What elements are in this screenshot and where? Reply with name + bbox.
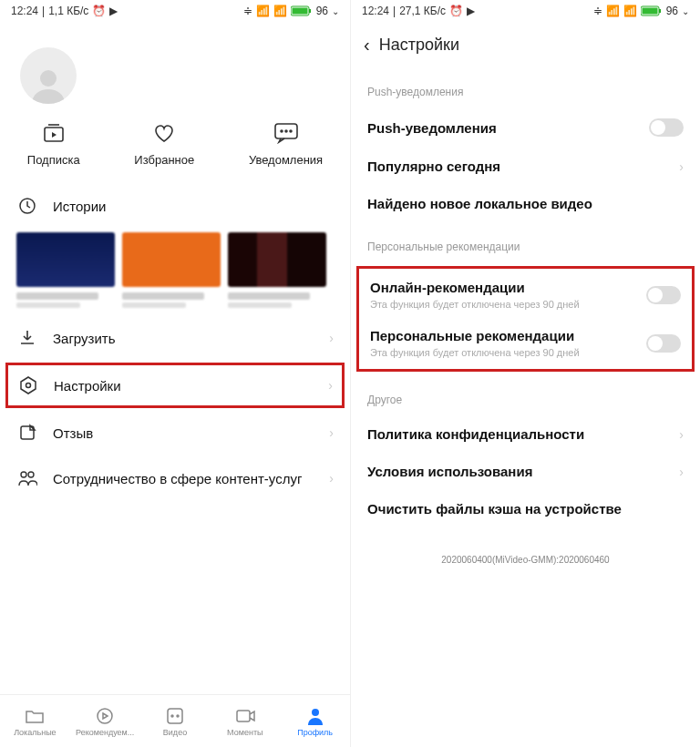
battery-pct: 96 <box>316 5 328 17</box>
settings-header: ‹ Настройки <box>351 22 700 67</box>
build-string: 2020060400(MiVideo-GMM):2020060460 <box>351 527 700 592</box>
signal-icon: 📶 <box>256 5 270 17</box>
history-thumbs <box>0 229 350 315</box>
svg-point-16 <box>171 715 173 717</box>
thumb-2[interactable] <box>122 232 221 308</box>
tab-moments[interactable]: Моменты <box>210 695 280 747</box>
tab-recommend[interactable]: Рекомендуем... <box>70 695 140 747</box>
subscribe-label: Подписка <box>27 153 80 167</box>
svg-rect-15 <box>168 709 182 723</box>
wifi-icon: ≑ <box>593 5 602 17</box>
personal-toggle[interactable] <box>646 334 681 353</box>
svg-point-13 <box>28 472 34 477</box>
profile-screen: 12:24 | 1,1 КБ/с ⏰ ▶ ≑ 📶 📶 96 ⌄ Подписка… <box>0 0 350 747</box>
favorites-label: Избранное <box>134 153 194 167</box>
heart-icon <box>151 120 177 146</box>
play-circle-icon <box>96 706 114 726</box>
privacy-row[interactable]: Политика конфиденциальности › <box>351 415 700 453</box>
download-row[interactable]: Загрузить › <box>0 315 350 361</box>
grid-icon <box>166 706 184 726</box>
alarm-icon: ⏰ <box>92 5 106 17</box>
signal-icon-2: 📶 <box>623 5 637 17</box>
partner-row[interactable]: Сотрудничество в сфере контент-услуг › <box>0 455 350 501</box>
message-icon <box>273 120 299 146</box>
feedback-row[interactable]: Отзыв › <box>0 410 350 455</box>
section-other: Другое <box>351 375 700 415</box>
settings-row[interactable]: Настройки › <box>5 363 345 408</box>
svg-rect-22 <box>659 9 661 13</box>
svg-point-8 <box>290 130 292 132</box>
signal-icon: 📶 <box>606 5 620 17</box>
action-row: Подписка Избранное Уведомления <box>0 113 350 183</box>
chevron-right-icon: › <box>329 331 334 345</box>
tab-local[interactable]: Локальные <box>0 695 70 747</box>
settings-screen: 12:24 | 27,1 КБ/с ⏰ ▶ ≑ 📶 📶 96 ⌄ ‹ Настр… <box>350 0 700 747</box>
svg-point-7 <box>285 130 287 132</box>
notifications-label: Уведомления <box>249 153 323 167</box>
clock-icon <box>16 197 38 215</box>
signal-icon-2: 📶 <box>273 5 287 17</box>
tab-profile[interactable]: Профиль <box>280 695 350 747</box>
terms-row[interactable]: Условия использования › <box>351 453 700 490</box>
cache-row[interactable]: Очистить файлы кэша на устройстве <box>351 490 700 527</box>
settings-icon <box>17 376 39 394</box>
battery-icon <box>641 5 663 16</box>
status-bar-2: 12:24 | 27,1 КБ/с ⏰ ▶ ≑ 📶 📶 96 ⌄ <box>351 0 700 22</box>
subscribe-icon <box>41 120 67 146</box>
battery-icon <box>291 5 313 16</box>
push-toggle[interactable] <box>649 118 684 137</box>
avatar[interactable] <box>20 47 77 104</box>
chevron-right-icon: › <box>679 427 684 442</box>
folder-icon <box>25 706 45 726</box>
svg-rect-18 <box>237 711 250 721</box>
expand-icon: ⌄ <box>682 6 689 16</box>
download-icon <box>16 329 38 347</box>
notifications-action[interactable]: Уведомления <box>249 120 323 167</box>
highlight-box: Онлайн-рекомендации Эта функция будет от… <box>356 266 695 372</box>
net-speed: 27,1 КБ/с <box>399 5 446 17</box>
thumb-3[interactable] <box>228 232 326 308</box>
chevron-right-icon: › <box>679 465 684 479</box>
camera-icon <box>235 706 255 726</box>
svg-point-6 <box>281 130 283 132</box>
thumb-1[interactable] <box>16 232 115 308</box>
net-speed: 1,1 КБ/с <box>48 5 88 17</box>
tab-video[interactable]: Видео <box>140 695 211 747</box>
personal-rec-row[interactable]: Персональные рекомендации Эта функция бу… <box>359 319 692 367</box>
status-bar: 12:24 | 1,1 КБ/с ⏰ ▶ ≑ 📶 📶 96 ⌄ <box>0 0 350 22</box>
users-icon <box>16 469 38 487</box>
chevron-right-icon: › <box>329 471 334 486</box>
status-time: 12:24 <box>11 5 38 17</box>
popular-row[interactable]: Популярно сегодня › <box>351 148 700 185</box>
push-row[interactable]: Push-уведомления <box>351 107 700 148</box>
section-personal: Персональные рекомендации <box>351 222 700 262</box>
youtube-icon: ▶ <box>467 5 475 17</box>
history-row[interactable]: Истории <box>0 183 350 229</box>
found-row[interactable]: Найдено новое локальное видео <box>351 185 700 222</box>
status-time: 12:24 <box>362 5 389 17</box>
online-toggle[interactable] <box>646 286 681 304</box>
expand-icon: ⌄ <box>332 6 339 16</box>
chevron-right-icon: › <box>328 378 333 393</box>
section-push: Push-уведомления <box>351 67 700 107</box>
svg-rect-2 <box>309 9 311 13</box>
svg-point-14 <box>98 709 112 723</box>
subscribe-action[interactable]: Подписка <box>27 120 80 167</box>
chevron-right-icon: › <box>329 425 334 440</box>
svg-point-12 <box>21 472 26 477</box>
wifi-icon: ≑ <box>243 5 252 17</box>
tab-bar: Локальные Рекомендуем... Видео Моменты П… <box>0 694 350 747</box>
svg-point-3 <box>40 70 57 87</box>
feedback-icon <box>16 424 38 442</box>
online-rec-row[interactable]: Онлайн-рекомендации Эта функция будет от… <box>359 271 692 319</box>
back-icon[interactable]: ‹ <box>364 35 370 56</box>
page-title: Настройки <box>379 36 459 55</box>
battery-pct: 96 <box>666 5 678 17</box>
svg-rect-1 <box>292 8 307 15</box>
chevron-right-icon: › <box>679 159 684 174</box>
svg-point-10 <box>26 384 31 388</box>
favorites-action[interactable]: Избранное <box>134 120 194 167</box>
youtube-icon: ▶ <box>109 5 118 17</box>
alarm-icon: ⏰ <box>449 5 463 17</box>
svg-rect-21 <box>642 8 657 15</box>
